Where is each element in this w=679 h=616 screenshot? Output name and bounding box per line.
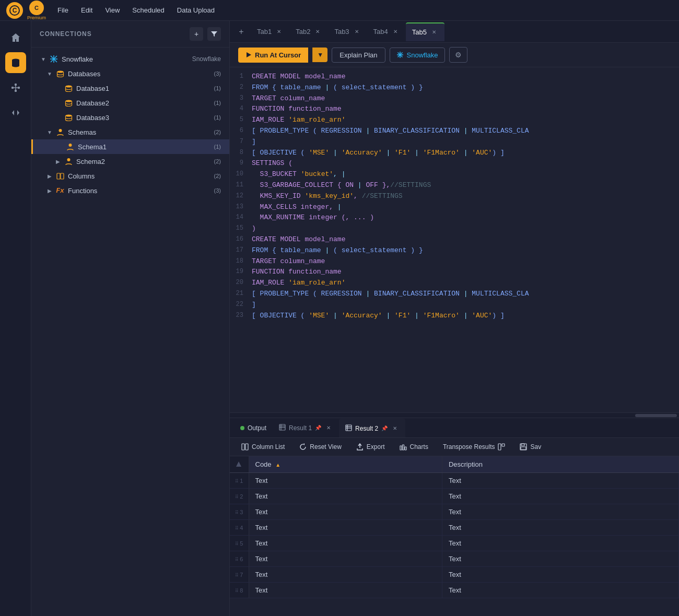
result1-tab[interactable]: Result 1 📌 ✕ — [273, 419, 339, 437]
line-content[interactable]: TARGET column_name — [252, 256, 679, 267]
line-content[interactable]: ] — [252, 137, 679, 148]
line-content[interactable]: ] — [252, 300, 679, 311]
tab2-close[interactable]: ✕ — [313, 28, 322, 36]
tree-schema2[interactable]: ▶ Schema2 (2) — [31, 154, 229, 169]
line-content[interactable]: SETTINGS ( — [252, 158, 679, 169]
tree-columns[interactable]: ▶ Columns (2) — [31, 169, 229, 183]
code-column-header[interactable]: Code ▲ — [249, 456, 442, 473]
explain-plan-btn[interactable]: Explain Plan — [332, 48, 385, 63]
line-content[interactable]: S3_GARBAGE_COLLECT { ON | OFF },//SETTIN… — [252, 180, 679, 191]
tree-arrow: ▶ — [46, 172, 53, 180]
line-content[interactable]: ) — [252, 223, 679, 234]
line-content[interactable]: S3_BUCKET 'bucket', | — [252, 169, 679, 180]
db-small-icon — [64, 84, 73, 93]
column-list-btn[interactable]: Column List — [238, 441, 288, 453]
tab4-close[interactable]: ✕ — [391, 28, 400, 36]
add-tab-btn[interactable]: + — [234, 25, 249, 39]
menu-scheduled[interactable]: Scheduled — [131, 4, 165, 16]
add-connection-btn[interactable]: + — [190, 27, 203, 41]
line-content[interactable]: [ OBJECTIVE ( 'MSE' | 'Accuracy' | 'F1' … — [252, 311, 679, 322]
table-row[interactable]: ⠿3TextText — [230, 504, 679, 520]
row-number-cell: ⠿2 — [230, 489, 249, 504]
table-row[interactable]: ⠿7TextText — [230, 567, 679, 583]
code-cell: Text — [249, 567, 442, 583]
database1-label: Database1 — [76, 85, 212, 92]
tree-database2[interactable]: ▶ Database2 (1) — [31, 96, 229, 110]
output-tab[interactable]: Output — [234, 419, 273, 437]
tree-database1[interactable]: ▶ Database1 (1) — [31, 81, 229, 96]
line-content[interactable]: FROM { table_name | ( select_statement )… — [252, 245, 679, 256]
menu-file[interactable]: File — [56, 4, 69, 16]
line-content[interactable]: CREATE MODEL model_name — [252, 72, 679, 82]
tab-tab2[interactable]: Tab2 ✕ — [289, 22, 328, 41]
run-at-cursor-btn[interactable]: Run At Cursor — [238, 48, 308, 63]
table-row[interactable]: ⠿2TextText — [230, 489, 679, 504]
table-row[interactable]: ⠿1TextText — [230, 473, 679, 489]
line-content[interactable]: IAM_ROLE 'iam_role_arn' — [252, 278, 679, 289]
editor-scrollbar[interactable] — [230, 412, 679, 418]
run-btn-label: Run At Cursor — [255, 51, 301, 59]
table-row[interactable]: ⠿8TextText — [230, 583, 679, 598]
transpose-btn[interactable]: Transpose Results — [440, 441, 509, 453]
filter-btn[interactable] — [207, 27, 221, 41]
sidebar-diagram-btn[interactable] — [5, 77, 26, 98]
settings-btn[interactable]: ⚙ — [449, 47, 467, 63]
db-small-icon — [64, 98, 73, 108]
table-row[interactable]: ⠿6TextText — [230, 551, 679, 567]
tree-schema1[interactable]: ▶ Schema1 (1) — [31, 139, 229, 154]
line-content[interactable]: CREATE MODEL model_name — [252, 234, 679, 245]
tree-database3[interactable]: ▶ Database3 (1) — [31, 110, 229, 125]
menu-view[interactable]: View — [104, 4, 121, 16]
table-row[interactable]: ⠿5TextText — [230, 536, 679, 551]
sidebar-database-btn[interactable] — [5, 52, 26, 73]
svg-text:C: C — [34, 5, 39, 11]
tab3-close[interactable]: ✕ — [353, 28, 361, 36]
tree-databases[interactable]: ▼ Databases (3) — [31, 66, 229, 81]
line-content[interactable]: MAX_CELLS integer, | — [252, 202, 679, 213]
result2-tab[interactable]: Result 2 📌 ✕ — [339, 419, 405, 437]
tab-tab5[interactable]: Tab5 ✕ — [406, 22, 444, 41]
line-content[interactable]: TARGET column_name — [252, 93, 679, 104]
tab-tab3[interactable]: Tab3 ✕ — [328, 22, 367, 41]
export-btn[interactable]: Export — [353, 441, 388, 453]
sidebar-home-btn[interactable] — [5, 27, 26, 48]
line-content[interactable]: FUNCTION function_name — [252, 104, 679, 115]
tree-functions[interactable]: ▶ Fx Functions (3) — [31, 183, 229, 198]
line-content[interactable]: [ PROBLEM_TYPE ( REGRESSION | BINARY_CLA… — [252, 126, 679, 137]
charts-btn[interactable]: Charts — [396, 441, 431, 453]
result2-close[interactable]: ✕ — [391, 424, 399, 433]
line-content[interactable]: KMS_KEY_ID 'kms_key_id', //SETTINGS — [252, 191, 679, 202]
menu-edit[interactable]: Edit — [80, 4, 93, 16]
save-btn[interactable]: Sav — [517, 441, 544, 453]
tree-snowflake[interactable]: ▼ Snowflake Snowflake — [31, 52, 229, 66]
line-content[interactable]: IAM_ROLE 'iam_role_arn' — [252, 115, 679, 126]
sidebar-code-btn[interactable] — [5, 102, 26, 123]
line-content[interactable]: MAX_RUNTIME integer (, ... ) — [252, 212, 679, 223]
tab-tab4[interactable]: Tab4 ✕ — [367, 22, 406, 41]
schema1-badge: (1) — [214, 144, 221, 150]
table-row[interactable]: ⠿4TextText — [230, 520, 679, 536]
code-cell: Text — [249, 504, 442, 520]
code-line: 7] — [230, 137, 679, 148]
run-dropdown-btn[interactable]: ▼ — [312, 48, 327, 62]
line-content[interactable]: FROM { table_name | ( select_statement )… — [252, 82, 679, 93]
row-number-cell: ⠿8 — [230, 583, 249, 598]
result2-pin[interactable]: 📌 — [381, 425, 388, 431]
svg-rect-6 — [15, 90, 17, 92]
tab1-close[interactable]: ✕ — [275, 28, 283, 36]
code-editor[interactable]: 1CREATE MODEL model_name2FROM { table_na… — [230, 67, 679, 412]
tab5-close[interactable]: ✕ — [430, 28, 438, 37]
tab-tab1[interactable]: Tab1 ✕ — [251, 22, 289, 41]
menu-data-upload[interactable]: Data Upload — [176, 4, 216, 16]
schema1-icon — [65, 142, 75, 151]
result1-close[interactable]: ✕ — [324, 424, 333, 432]
snowflake-btn[interactable]: Snowflake — [390, 48, 445, 63]
line-content[interactable]: [ OBJECTIVE ( 'MSE' | 'Accuracy' | 'F1' … — [252, 148, 679, 159]
line-content[interactable]: FUNCTION function_name — [252, 267, 679, 278]
line-content[interactable]: [ PROBLEM_TYPE ( REGRESSION | BINARY_CLA… — [252, 289, 679, 300]
tree-schemas[interactable]: ▼ Schemas (2) — [31, 125, 229, 139]
app-logo[interactable] — [6, 2, 23, 19]
result1-pin[interactable]: 📌 — [315, 425, 321, 431]
results-table[interactable]: Code ▲ Description ⠿1TextText⠿2TextText⠿… — [230, 456, 679, 616]
reset-view-btn[interactable]: Reset View — [296, 441, 344, 453]
